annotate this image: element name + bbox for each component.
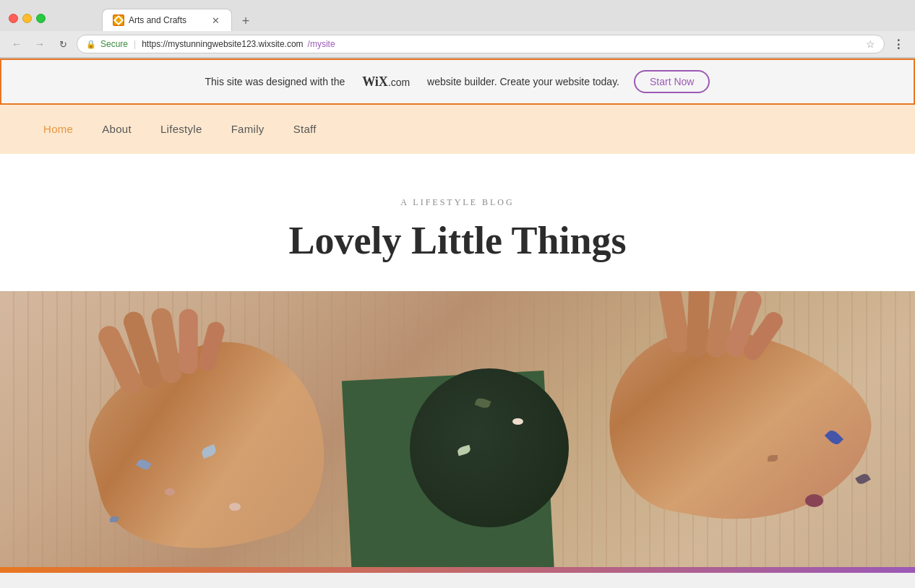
tab-bar: Arts and Crafts ✕ + — [51, 9, 257, 31]
browser-chrome: Arts and Crafts ✕ + ← → ↻ 🔒 Secure | htt… — [0, 0, 915, 59]
nav-item-about[interactable]: About — [102, 123, 132, 136]
url-path: /mysite — [308, 39, 335, 49]
banner-text-after: website builder. Create your website tod… — [427, 76, 619, 87]
back-button[interactable]: ← — [7, 35, 26, 53]
traffic-lights — [9, 14, 46, 23]
nav-items-list: Home About Lifestyle Family Staff — [43, 123, 317, 136]
tab-favicon — [113, 14, 124, 26]
wix-banner: This site was designed with the WiX.com … — [0, 59, 915, 105]
url-separator: | — [134, 39, 136, 49]
craft-background — [0, 291, 915, 573]
forward-button[interactable]: → — [30, 35, 49, 53]
nav-item-staff[interactable]: Staff — [293, 123, 317, 136]
new-tab-button[interactable]: + — [235, 11, 257, 31]
title-bar: Arts and Crafts ✕ + — [0, 0, 915, 31]
active-tab[interactable]: Arts and Crafts ✕ — [102, 9, 232, 31]
accent-bar — [0, 567, 915, 573]
wix-logo: WiX.com — [362, 74, 410, 90]
secure-label: Secure — [100, 39, 128, 49]
nav-link-staff[interactable]: Staff — [293, 123, 317, 135]
bookmark-icon[interactable]: ☆ — [866, 38, 875, 50]
craft-mat — [410, 368, 569, 527]
blog-subtitle: A Lifestyle Blog — [14, 197, 901, 208]
lock-icon: 🔒 — [86, 40, 96, 49]
address-field[interactable]: 🔒 Secure | https://mystunningwebsite123.… — [77, 35, 885, 53]
nav-link-family[interactable]: Family — [231, 123, 265, 135]
nav-item-family[interactable]: Family — [231, 123, 265, 136]
hero-image — [0, 291, 915, 573]
blog-title: Lovely Little Things — [14, 220, 901, 262]
start-now-button[interactable]: Start Now — [634, 70, 710, 93]
close-button[interactable] — [9, 14, 18, 23]
address-bar: ← → ↻ 🔒 Secure | https://mystunningwebsi… — [0, 31, 915, 58]
nav-link-about[interactable]: About — [102, 123, 132, 135]
reload-button[interactable]: ↻ — [53, 35, 72, 53]
nav-item-lifestyle[interactable]: Lifestyle — [160, 123, 202, 136]
nav-link-lifestyle[interactable]: Lifestyle — [160, 123, 202, 135]
more-options-button[interactable]: ⋮ — [889, 35, 908, 53]
site-navigation: Home About Lifestyle Family Staff — [0, 105, 915, 154]
url-base: https://mystunningwebsite123.wixsite.com — [142, 39, 303, 49]
tab-close-button[interactable]: ✕ — [210, 14, 221, 26]
hero-section: A Lifestyle Blog Lovely Little Things — [0, 154, 915, 291]
tab-title: Arts and Crafts — [129, 15, 186, 25]
minimize-button[interactable] — [22, 14, 32, 23]
nav-item-home[interactable]: Home — [43, 123, 73, 136]
maximize-button[interactable] — [36, 14, 46, 23]
site-wrapper: Home About Lifestyle Family Staff A Life… — [0, 105, 915, 573]
banner-text-before: This site was designed with the — [205, 76, 345, 87]
nav-link-home[interactable]: Home — [43, 123, 73, 135]
